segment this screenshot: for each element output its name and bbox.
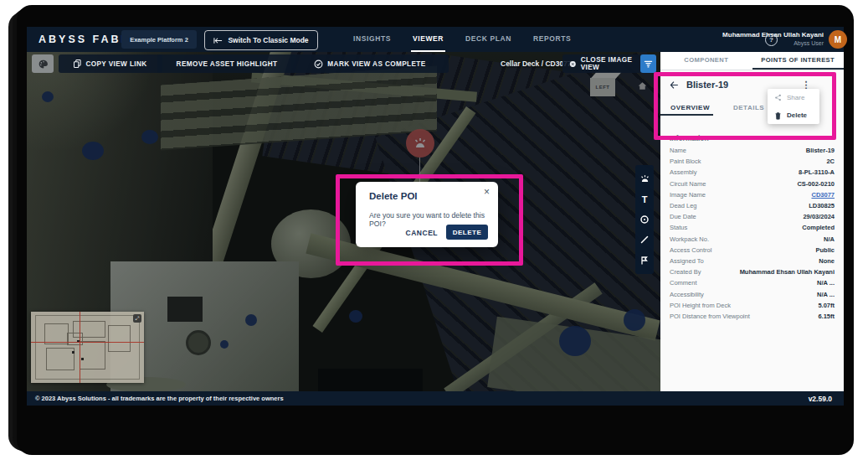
back-arrow-icon[interactable] (669, 80, 680, 90)
info-label: Name (670, 147, 686, 154)
text-tool-icon[interactable]: T (638, 193, 651, 206)
filter-button[interactable] (640, 54, 656, 73)
dialog-close-icon[interactable]: × (484, 186, 490, 198)
info-label: Image Name (670, 191, 706, 199)
info-row: Dead Leg LD30825 (660, 200, 844, 211)
breadcrumb: Cellar Deck / CD3077 (501, 59, 572, 68)
info-row: Assigned To None (660, 256, 844, 266)
minimap-floorplan (35, 315, 140, 380)
info-row: POI Distance from Viewpoint 6.15ft (660, 311, 844, 322)
info-value: N/A (824, 235, 835, 243)
info-row: POI Height from Deck 5.07ft (660, 300, 844, 311)
info-row: Workpack No. N/A (660, 234, 844, 245)
close-image-view-button[interactable]: CLOSE IMAGE VIEW (562, 54, 645, 73)
menu-item-share[interactable]: Share (768, 89, 819, 106)
copy-view-link-button[interactable]: COPY VIEW LINK (59, 54, 162, 73)
trash-icon (774, 111, 782, 120)
info-value: 8-PL-3110-A (799, 168, 835, 176)
annotation-tool-rail: T (635, 165, 654, 274)
nav-tab-deck-plan[interactable]: DECK PLAN (464, 27, 513, 52)
info-value: LD30825 (809, 202, 835, 209)
filter-icon (644, 59, 653, 69)
info-label: Circuit Name (670, 180, 706, 188)
info-row: Accessibility N/A ... (660, 288, 844, 299)
info-value: Blister-19 (806, 147, 835, 154)
subtab-active-underline (660, 114, 713, 116)
menu-item-share-label: Share (787, 94, 804, 101)
delete-poi-dialog: Delete POI × Are you sure you want to de… (356, 182, 498, 247)
info-value: CD3077 (811, 191, 835, 199)
palette-icon (38, 59, 49, 70)
subtab-details[interactable]: DETAILS (733, 98, 764, 116)
dialog-title: Delete POI (369, 191, 418, 201)
info-row: Image Name CD3077 (660, 189, 844, 200)
info-row: Created By Muhammad Ehsan Ullah Kayani (660, 266, 844, 277)
info-label: Accessibility (670, 291, 704, 298)
info-label: Created By (670, 268, 701, 276)
switch-back-arrow-icon (213, 37, 223, 44)
switch-to-classic-mode-label: Switch To Classic Mode (228, 36, 308, 44)
blister-marker-tool-icon[interactable] (638, 172, 651, 185)
user-name: Muhammad Ehsan Ullah Kayani (646, 30, 824, 39)
menu-item-delete[interactable]: Delete (768, 106, 819, 124)
info-value: None (819, 257, 835, 265)
nav-tab-insights[interactable]: INSIGHTS (352, 27, 393, 52)
info-value: CS-002-0210 (797, 180, 835, 188)
info-row: Paint Block 2C (660, 156, 844, 167)
main-nav-tabs: INSIGHTS VIEWER DECK PLAN REPORTS (352, 27, 573, 52)
info-row: Circuit Name CS-002-0210 (660, 178, 844, 189)
info-value: N/A ... (817, 291, 835, 298)
poi-context-menu: Share Delete (768, 89, 819, 124)
info-label: Access Control (670, 246, 711, 254)
flag-tool-icon[interactable] (638, 254, 651, 267)
right-panel: COMPONENT POINTS OF INTEREST Blister-19 … (660, 52, 844, 391)
info-value: Public (815, 246, 835, 254)
close-image-view-label: CLOSE IMAGE VIEW (581, 56, 638, 71)
info-label: Status (670, 224, 687, 231)
platform-selector[interactable]: Example Platform 2 (121, 30, 197, 49)
minimap-expand-icon[interactable]: ⤢ (133, 314, 141, 323)
share-icon (774, 94, 782, 101)
tab-points-of-interest[interactable]: POINTS OF INTEREST (752, 52, 845, 70)
information-section-title: Information (670, 134, 709, 142)
avatar[interactable]: M (829, 30, 847, 49)
remove-asset-highlight-label: REMOVE ASSET HIGHLIGHT (177, 60, 278, 68)
info-label: Dead Leg (670, 202, 697, 209)
info-label: Assembly (670, 168, 697, 176)
cancel-button[interactable]: CANCEL (406, 229, 438, 237)
mark-view-complete-button[interactable]: MARK VIEW AS COMPLETE (291, 54, 449, 73)
info-value: 2C (826, 158, 835, 165)
nav-tab-viewer[interactable]: VIEWER (411, 27, 445, 52)
menu-item-delete-label: Delete (787, 111, 807, 119)
nav-tab-reports[interactable]: REPORTS (532, 27, 573, 52)
switch-to-classic-mode-button[interactable]: Switch To Classic Mode (204, 30, 318, 50)
circle-tool-icon[interactable] (638, 213, 651, 226)
minimap[interactable]: ⤢ (31, 312, 144, 383)
version-label: v2.59.0 (809, 395, 832, 403)
info-row: Comment N/A ... (660, 277, 844, 288)
mark-view-complete-label: MARK VIEW AS COMPLETE (327, 60, 425, 68)
remove-asset-highlight-button[interactable]: REMOVE ASSET HIGHLIGHT (157, 54, 296, 73)
check-circle-icon (314, 59, 323, 69)
user-role: Abyss User (646, 39, 824, 47)
user-info: Muhammad Ehsan Ullah Kayani Abyss User (646, 30, 824, 47)
info-label: Assigned To (670, 257, 704, 265)
info-label: Workpack No. (670, 235, 709, 243)
information-section-header[interactable]: Information (660, 132, 844, 144)
pano-viewer[interactable]: LEFT COPY VIEW LINK REMOVE ASSET HIGHLIG… (27, 52, 660, 391)
info-row: Name Blister-19 (660, 145, 844, 156)
info-row: Assembly 8-PL-3110-A (660, 167, 844, 178)
info-value: Muhammad Ehsan Ullah Kayani (740, 268, 835, 276)
info-value: 29/03/2024 (803, 213, 835, 220)
info-row: Status Completed (660, 222, 844, 233)
panel-tab-bar: COMPONENT POINTS OF INTEREST (660, 52, 844, 70)
line-tool-icon[interactable] (638, 233, 651, 246)
info-value: Completed (802, 224, 835, 231)
info-value: 5.07ft (818, 302, 835, 309)
tab-component[interactable]: COMPONENT (660, 52, 752, 70)
top-nav: ABYSS FABRIC Example Platform 2 Switch T… (27, 27, 844, 52)
delete-button[interactable]: DELETE (446, 225, 488, 240)
copyright-text: © 2023 Abyss Solutions - all trademarks … (35, 395, 284, 402)
palette-button[interactable] (32, 54, 54, 73)
minimap-crosshair-horizontal (31, 342, 144, 343)
